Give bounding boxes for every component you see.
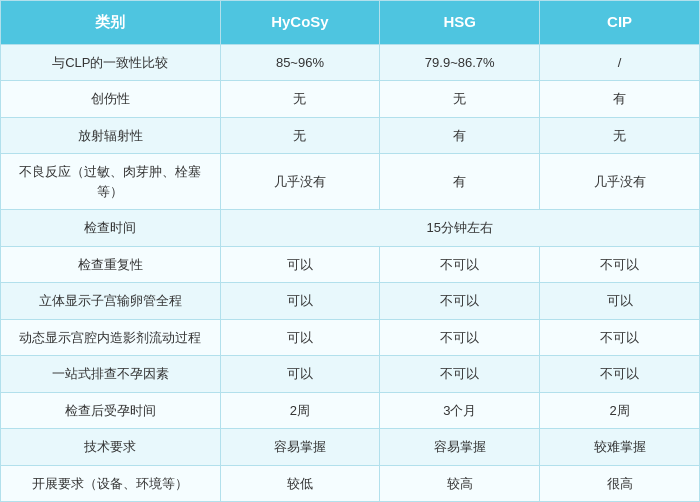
cell-r2-c0: 放射辐射性 xyxy=(1,117,221,154)
cell-r11-c2: 较高 xyxy=(380,465,540,502)
cell-r10-c0: 技术要求 xyxy=(1,429,221,466)
cell-r10-c2: 容易掌握 xyxy=(380,429,540,466)
header-row: 类别HyCoSyHSGCIP xyxy=(1,1,700,45)
table-row: 技术要求容易掌握容易掌握较难掌握 xyxy=(1,429,700,466)
table-row: 检查重复性可以不可以不可以 xyxy=(1,246,700,283)
cell-r0-c1: 85~96% xyxy=(220,44,380,81)
cell-r3-c3: 几乎没有 xyxy=(540,154,700,210)
cell-r9-c0: 检查后受孕时间 xyxy=(1,392,221,429)
column-header-3: CIP xyxy=(540,1,700,45)
cell-r0-c2: 79.9~86.7% xyxy=(380,44,540,81)
column-header-2: HSG xyxy=(380,1,540,45)
cell-r10-c1: 容易掌握 xyxy=(220,429,380,466)
cell-r7-c1: 可以 xyxy=(220,319,380,356)
table-row: 不良反应（过敏、肉芽肿、栓塞等）几乎没有有几乎没有 xyxy=(1,154,700,210)
cell-r9-c2: 3个月 xyxy=(380,392,540,429)
table-row: 与CLP的一致性比较85~96%79.9~86.7%/ xyxy=(1,44,700,81)
cell-r2-c3: 无 xyxy=(540,117,700,154)
column-header-0: 类别 xyxy=(1,1,221,45)
table-row: 立体显示子宫输卵管全程可以不可以可以 xyxy=(1,283,700,320)
cell-r8-c0: 一站式排查不孕因素 xyxy=(1,356,221,393)
cell-r3-c2: 有 xyxy=(380,154,540,210)
cell-r2-c1: 无 xyxy=(220,117,380,154)
cell-r1-c2: 无 xyxy=(380,81,540,118)
cell-r1-c3: 有 xyxy=(540,81,700,118)
cell-r3-c1: 几乎没有 xyxy=(220,154,380,210)
cell-r2-c2: 有 xyxy=(380,117,540,154)
cell-r3-c0: 不良反应（过敏、肉芽肿、栓塞等） xyxy=(1,154,221,210)
cell-r7-c2: 不可以 xyxy=(380,319,540,356)
cell-r8-c1: 可以 xyxy=(220,356,380,393)
table-row: 检查后受孕时间2周3个月2周 xyxy=(1,392,700,429)
cell-r10-c3: 较难掌握 xyxy=(540,429,700,466)
table-row: 开展要求（设备、环境等）较低较高很高 xyxy=(1,465,700,502)
cell-r1-c1: 无 xyxy=(220,81,380,118)
cell-r5-c1: 可以 xyxy=(220,246,380,283)
cell-r9-c3: 2周 xyxy=(540,392,700,429)
table-row: 检查时间15分钟左右 xyxy=(1,210,700,247)
cell-r0-c3: / xyxy=(540,44,700,81)
cell-r4-c0: 检查时间 xyxy=(1,210,221,247)
cell-r9-c1: 2周 xyxy=(220,392,380,429)
cell-r7-c0: 动态显示宫腔内造影剂流动过程 xyxy=(1,319,221,356)
comparison-table: 类别HyCoSyHSGCIP 与CLP的一致性比较85~96%79.9~86.7… xyxy=(0,0,700,502)
cell-r6-c2: 不可以 xyxy=(380,283,540,320)
cell-r5-c3: 不可以 xyxy=(540,246,700,283)
cell-r7-c3: 不可以 xyxy=(540,319,700,356)
cell-r6-c0: 立体显示子宫输卵管全程 xyxy=(1,283,221,320)
cell-r6-c1: 可以 xyxy=(220,283,380,320)
table-row: 放射辐射性无有无 xyxy=(1,117,700,154)
table-row: 动态显示宫腔内造影剂流动过程可以不可以不可以 xyxy=(1,319,700,356)
cell-r11-c1: 较低 xyxy=(220,465,380,502)
cell-r6-c3: 可以 xyxy=(540,283,700,320)
table-row: 创伤性无无有 xyxy=(1,81,700,118)
table-row: 一站式排查不孕因素可以不可以不可以 xyxy=(1,356,700,393)
cell-r1-c0: 创伤性 xyxy=(1,81,221,118)
cell-r8-c2: 不可以 xyxy=(380,356,540,393)
table-body: 与CLP的一致性比较85~96%79.9~86.7%/创伤性无无有放射辐射性无有… xyxy=(1,44,700,502)
column-header-1: HyCoSy xyxy=(220,1,380,45)
cell-r11-c0: 开展要求（设备、环境等） xyxy=(1,465,221,502)
cell-r0-c0: 与CLP的一致性比较 xyxy=(1,44,221,81)
cell-r5-c2: 不可以 xyxy=(380,246,540,283)
cell-r5-c0: 检查重复性 xyxy=(1,246,221,283)
cell-r4-c1: 15分钟左右 xyxy=(220,210,699,247)
cell-r11-c3: 很高 xyxy=(540,465,700,502)
cell-r8-c3: 不可以 xyxy=(540,356,700,393)
